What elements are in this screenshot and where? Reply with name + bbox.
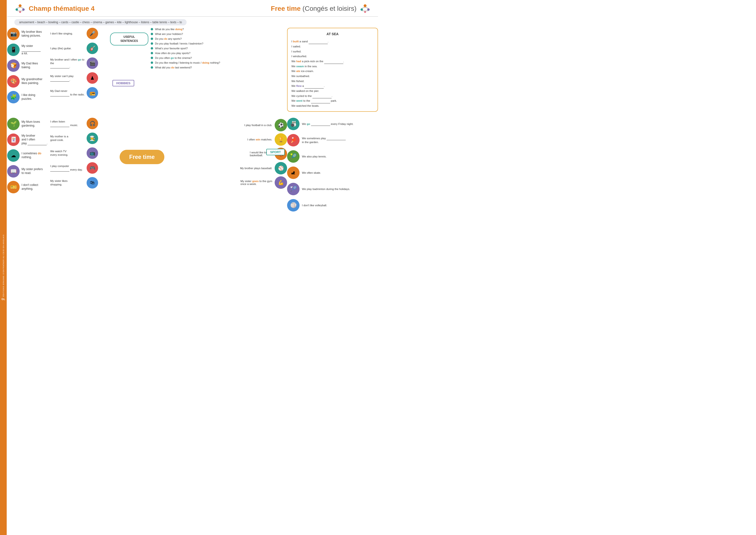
useful-sentences-title: USEFUL SENTENCES [110, 33, 148, 45]
bullet-dot [151, 66, 153, 69]
paint-icon: 🎨 [7, 75, 20, 88]
list-item: My brother plays baseball. ⚾ [98, 162, 287, 174]
sentence-text: My Dad never to the radio. [50, 89, 85, 97]
sentence-text: We play badminton during the holidays. [302, 187, 350, 191]
bullet-dot [151, 33, 153, 35]
list-item: 📷 My brother likestaking pictures. [7, 28, 50, 40]
molecule-icon-left [14, 3, 26, 14]
at-sea-title: AT SEA [292, 31, 374, 37]
guitar-icon: 🎸 [87, 42, 98, 54]
bullet-dot [151, 42, 153, 45]
list-item: ☁ I sometimes donothing. [7, 149, 50, 162]
top-section: 📷 My brother likestaking pictures. 📱 My … [7, 28, 378, 117]
at-sea-line: I sailed. [292, 44, 374, 49]
svg-line-12 [362, 7, 365, 8]
sentence-text: We often skate. [302, 171, 321, 175]
shopping-icon: 🛍 [87, 177, 98, 188]
sport-left-list: I play football in a club. ⚽ I often win… [98, 118, 287, 189]
at-sea-line: We swam in the sea. [292, 64, 374, 69]
sentence-text: Do you play football / tennis / badminto… [155, 42, 203, 45]
list-item: What do you like doing? [151, 28, 232, 31]
badminton-icon: 🏸 [287, 183, 299, 195]
sentence-text: I don't like volleyball. [302, 203, 327, 207]
tv-icon: 📺 [87, 147, 98, 159]
list-item: How often do you play sports? [151, 52, 232, 55]
sidebar: S'ENTRAÎNER AU CEID EN ANGLAIS ÉDITIONS … [0, 0, 7, 268]
list-item: My sister likesshopping. 🛍 [50, 177, 98, 188]
sentence-text: My brother plays baseball. [240, 167, 272, 170]
sentence-text: Do you do any sports? [155, 37, 182, 40]
list-item: Do you play football / tennis / badminto… [151, 42, 232, 45]
gardening-icon: 🌱 [7, 118, 20, 130]
svg-line-13 [365, 7, 368, 8]
list-item: We watch TVevery evening. 📺 [50, 147, 98, 159]
sentence-text: My brother and I often go to the. [50, 58, 85, 69]
phone-icon: 📱 [7, 43, 20, 56]
list-item: 🎫 I don't collectanything. [7, 181, 50, 193]
volleyball-icon: 🏐 [287, 199, 299, 211]
list-item: I often listen music. 🎧 [50, 118, 98, 129]
svg-point-0 [19, 4, 21, 7]
gym-icon: 💪 [275, 176, 287, 189]
bullet-dot [151, 38, 153, 40]
free-time-subtitle: (Congés et loisirs) [302, 5, 356, 12]
sentence-text: What do you like doing? [155, 28, 184, 31]
sentence-text: I don't like singing. [50, 32, 85, 35]
useful-sentences-list: What do you like doing? What are your ho… [151, 28, 232, 71]
cloud-icon: ☁ [7, 149, 20, 162]
sentence-text: We also play tennis. [302, 155, 326, 158]
molecule-icon-right [359, 3, 371, 14]
list-item: 🏓 We sometimes play in the garden. [287, 134, 378, 146]
baseball-icon: ⚾ [275, 162, 287, 174]
camera-icon: 📷 [7, 28, 20, 40]
list-item: What are your hobbies? [151, 33, 232, 35]
item-text: I sometimes donothing. [21, 152, 42, 159]
at-sea-line: We ate ice-cream. [292, 69, 374, 74]
hobbies-label: HOBBIES [98, 78, 134, 88]
sentence-text: My sister can't play. [50, 74, 85, 82]
radio-icon: 📻 [87, 87, 98, 99]
bullet-dot [151, 28, 153, 30]
tabletennis-icon: 🏓 [287, 134, 299, 146]
bowling-icon: 🎳 [287, 118, 299, 130]
top-center: HOBBIES USEFUL SENTENCES What do you lik… [98, 28, 287, 117]
svg-point-8 [364, 4, 367, 7]
list-item: I don't like singing. 🎤 [50, 28, 98, 39]
top-mid-sentences: I don't like singing. 🎤 I play (the) gui… [50, 28, 98, 117]
list-item: 🎨 My grandmotherlikes painting. [7, 75, 50, 88]
list-item: 🍞 My Dad likesbaking. [7, 59, 50, 72]
free-time-bold: Free time [271, 5, 301, 12]
at-sea-box: AT SEA I built a sand . I sailed. I surf… [287, 28, 378, 112]
page-header: Champ thématique 4 Free time (Congés et … [7, 0, 378, 17]
right-sport-items: 🎳 We go every Friday night. 🏓 We sometim… [287, 118, 378, 215]
list-item: Do you like reading / listening to music… [151, 61, 232, 64]
list-item: My sister can't play. ♟ [50, 72, 98, 84]
headphones-icon: 🎧 [87, 118, 98, 129]
item-text: My Mum lovesgardening. [21, 120, 40, 127]
top-left-icons: 📷 My brother likestaking pictures. 📱 My … [7, 28, 50, 117]
sentence-text: We go every Friday night. [302, 122, 353, 126]
cook-icon: 👨‍🍳 [87, 132, 98, 144]
header-left: Champ thématique 4 [14, 3, 95, 14]
at-sea-line: We cycled to the . [292, 94, 374, 99]
list-item: I often win matches. 🏆 [98, 133, 287, 146]
free-time-header-title: Free time (Congés et loisirs) [271, 5, 356, 13]
at-sea-line: We had a pick-nick on the . [292, 59, 374, 64]
list-item: Do you often go to the cinema? [151, 56, 232, 59]
item-text: I like doingpuzzles. [21, 93, 35, 101]
sentence-text: I play computer every day. [50, 164, 85, 172]
mic-icon: 🎤 [87, 28, 98, 39]
tennis-icon: 🎾 [287, 150, 299, 163]
item-text: My brother likestaking pictures. [21, 30, 42, 38]
at-sea-line: We flew a . [292, 83, 374, 89]
list-item: 🌱 My Mum lovesgardening. [7, 118, 50, 130]
at-sea-line: I surfed. [292, 49, 374, 54]
champ-title: Champ thématique 4 [29, 5, 95, 13]
list-item: 🏸 We play badminton during the holidays. [287, 183, 378, 195]
sentence-text: My sister goes to the gymonce a week. [240, 180, 272, 185]
list-item: My mother is agood cook. 👨‍🍳 [50, 132, 98, 144]
at-sea-line: We walked on the pier. [292, 89, 374, 94]
svg-point-3 [19, 11, 21, 13]
svg-point-9 [360, 8, 363, 11]
item-text: I don't collectanything. [21, 183, 38, 191]
